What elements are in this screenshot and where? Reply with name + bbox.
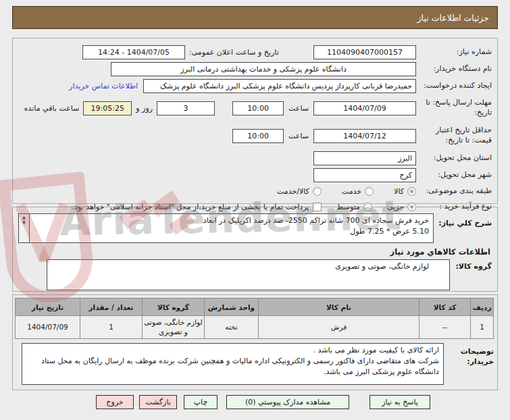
- deadline-time-field[interactable]: 10:00: [232, 101, 284, 115]
- col-group: گروه کالا: [143, 298, 205, 316]
- table-row[interactable]: 1 -- فرش تخته لوازم خانگی، صوتی و تصویری…: [16, 316, 494, 339]
- process-option-minor[interactable]: جزیی: [387, 203, 416, 211]
- days-and-label: روز و: [136, 104, 153, 113]
- process-type-label: نوع فرآیند خرید :: [416, 202, 492, 212]
- cell-item-code: --: [419, 316, 471, 339]
- col-item-code: کد کالا: [419, 298, 471, 316]
- scroll-up-icon[interactable]: ▲: [22, 215, 26, 220]
- time-remaining-field: 19:05:25: [83, 101, 132, 115]
- view-attachments-button[interactable]: مشاهده مدارک پیوستي (0): [226, 395, 349, 409]
- validity-hour-label: ساعت: [288, 132, 309, 140]
- checkbox-unchecked-icon[interactable]: [313, 203, 322, 211]
- process-option-label: جزیی: [387, 203, 404, 211]
- price-validity-row: حداقل تاریخ اعتبار قیمت: تا تاریخ: 1404/…: [18, 123, 492, 149]
- footer-button-bar: پاسخ به نیاز مشاهده مدارک پیوستي (0) چاپ…: [12, 395, 498, 409]
- description-textarea[interactable]: خرید فرش سجاده ای 700 شانه تراکم 2550- ص…: [29, 213, 434, 243]
- page-title-bar: جزئیات اطلاعات نیاز: [12, 6, 498, 29]
- cell-quantity: 1: [80, 316, 143, 339]
- announce-datetime-field[interactable]: 1404/07/05 - 14:24: [82, 45, 185, 59]
- province-label: استان محل تحویل:: [416, 153, 492, 163]
- need-number-label: شماره نیاز:: [416, 47, 492, 57]
- items-table: ردیف کد کالا نام کالا واحد شمارش گروه کا…: [15, 298, 494, 339]
- buyer-org-label: نام دستگاه خریدار:: [416, 64, 492, 74]
- scroll-down-icon[interactable]: ▼: [22, 220, 26, 226]
- respond-button[interactable]: پاسخ به نیاز: [369, 395, 430, 409]
- radio-icon[interactable]: [365, 187, 374, 196]
- need-number-field[interactable]: 1104090407000157: [313, 45, 416, 59]
- process-option-label: متوسط: [336, 203, 360, 211]
- textarea-scrollbar[interactable]: ▲ ▼: [18, 213, 29, 243]
- radio-icon[interactable]: [313, 187, 322, 196]
- page-title: جزئیات اطلاعات نیاز: [417, 13, 489, 23]
- buyer-notes-row: توضیحات خریدار: ارائه کالای با کیفیت مور…: [16, 343, 494, 385]
- buyer-org-row: نام دستگاه خریدار: دانشگاه علوم پزشکی و …: [18, 61, 492, 76]
- goods-group-textarea[interactable]: لوازم خانگی، صوتی و تصویری: [47, 259, 450, 290]
- deadline-row: مهلت ارسال پاسخ: تا تاریخ: 1404/07/09 سا…: [18, 95, 492, 121]
- need-number-row: شماره نیاز: 1104090407000157 تاریخ و ساع…: [18, 45, 492, 59]
- need-description-panel: شرح کلي نیاز: ▲ ▼ خرید فرش سجاده ای 700 …: [12, 207, 498, 292]
- general-info-panel: شماره نیاز: 1104090407000157 تاریخ و ساع…: [12, 38, 498, 204]
- radio-selected-icon[interactable]: [407, 187, 416, 196]
- category-option-label: کالا/خدمت: [277, 187, 309, 196]
- col-item-name: نام کالا: [259, 298, 419, 316]
- page: جزئیات اطلاعات نیاز شماره نیاز: 11040904…: [0, 0, 510, 409]
- radio-selected-icon[interactable]: [407, 203, 416, 211]
- treasury-checkbox-label: پرداخت تمام یا بخشی از مبلغ خرید،از محل …: [72, 203, 309, 211]
- col-row-number: ردیف: [471, 298, 494, 316]
- radio-icon[interactable]: [363, 203, 372, 211]
- goods-group-row: گروه کالا: لوازم خانگی، صوتی و تصویری: [18, 259, 492, 290]
- print-button[interactable]: چاپ: [184, 395, 218, 409]
- deadline-hour-label: ساعت: [288, 104, 309, 113]
- items-section-title: اطلاعات کالاهاي مورد نیاز: [18, 247, 490, 257]
- cell-unit: تخته: [205, 316, 259, 339]
- remaining-label: ساعت باقي مانده: [24, 104, 80, 113]
- city-field[interactable]: کرج: [313, 168, 416, 182]
- buyer-notes-textarea[interactable]: ارائه کالای با کیفیت مورد نظر می باشد . …: [22, 343, 444, 385]
- deadline-label: مهلت ارسال پاسخ: تا تاریخ:: [416, 98, 492, 118]
- col-quantity: تعداد / مقدار: [80, 298, 143, 316]
- cell-row-number: 1: [471, 316, 494, 339]
- province-field[interactable]: البرز: [313, 151, 416, 165]
- validity-time-field[interactable]: 10:00: [232, 129, 284, 143]
- creator-row: ایجاد کننده درخواست: حمیدرضا قربانی کارپ…: [18, 78, 492, 93]
- category-option-goods-service[interactable]: کالا/خدمت: [277, 187, 322, 196]
- cell-item-name: فرش: [259, 316, 419, 339]
- description-label: شرح کلي نیاز:: [434, 213, 492, 229]
- buyer-contact-link[interactable]: اطلاعات تماس خریدار: [69, 82, 138, 90]
- category-option-goods[interactable]: کالا: [394, 187, 416, 196]
- creator-label: ایجاد کننده درخواست:: [416, 81, 492, 91]
- city-label: شهر محل تحویل:: [416, 170, 492, 180]
- category-label: طبقه بندی موضوعی:: [416, 186, 492, 196]
- days-remaining-field[interactable]: 3: [157, 101, 215, 115]
- cell-group: لوازم خانگی، صوتی و تصویری: [143, 316, 205, 339]
- category-option-label: خدمت: [342, 187, 361, 196]
- announce-label: تاریخ و ساعت اعلان عمومی:: [185, 48, 313, 57]
- col-unit: واحد شمارش: [205, 298, 259, 316]
- validity-date-field[interactable]: 1404/07/12: [313, 129, 416, 143]
- province-row: استان محل تحویل: البرز: [18, 151, 492, 165]
- creator-field[interactable]: حمیدرضا قربانی کارپرداز پردیس دانشگاه عل…: [143, 79, 416, 93]
- validity-label: حداقل تاریخ اعتبار قیمت: تا تاریخ:: [416, 126, 492, 146]
- city-row: شهر محل تحویل: کرج: [18, 167, 492, 182]
- table-header-row: ردیف کد کالا نام کالا واحد شمارش گروه کا…: [16, 298, 494, 316]
- category-option-service[interactable]: خدمت: [342, 187, 374, 196]
- goods-group-label: گروه کالا:: [450, 259, 492, 272]
- process-option-medium[interactable]: متوسط: [336, 203, 372, 211]
- back-button[interactable]: بازگشت: [139, 395, 177, 409]
- category-option-label: کالا: [394, 187, 404, 196]
- description-row: شرح کلي نیاز: ▲ ▼ خرید فرش سجاده ای 700 …: [18, 213, 492, 243]
- category-row: طبقه بندی موضوعی: کالا خدمت کالا/خدمت: [18, 184, 492, 198]
- cell-need-date: 1404/07/09: [16, 316, 80, 339]
- col-need-date: تاریخ نیاز: [16, 298, 80, 316]
- treasury-checkbox-option[interactable]: پرداخت تمام یا بخشی از مبلغ خرید،از محل …: [72, 203, 322, 211]
- buyer-notes-label: توضیحات خریدار:: [444, 343, 494, 367]
- exit-button[interactable]: خروج: [96, 395, 134, 409]
- buyer-org-field[interactable]: دانشگاه علوم پزشکی و خدمات بهداشتی درمان…: [111, 62, 416, 76]
- deadline-date-field[interactable]: 1404/07/09: [313, 101, 416, 115]
- items-table-panel: ردیف کد کالا نام کالا واحد شمارش گروه کا…: [12, 294, 498, 390]
